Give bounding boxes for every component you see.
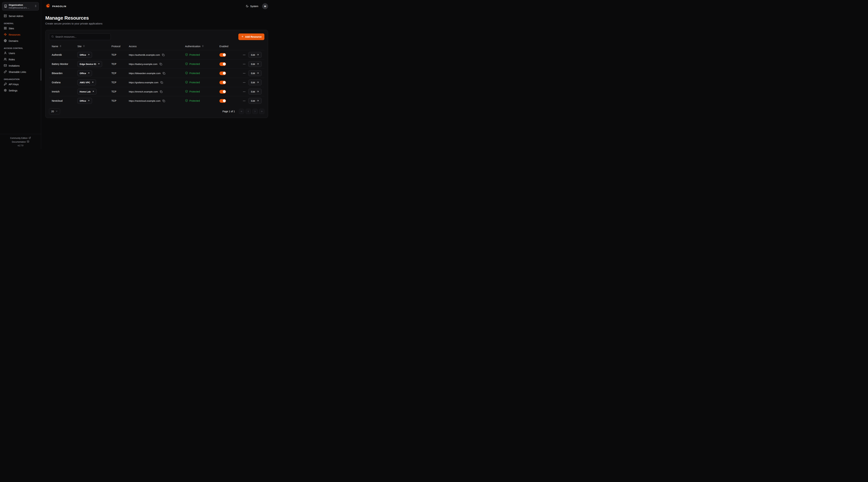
shield-check-icon (185, 53, 188, 57)
column-header-access: Access (129, 45, 185, 48)
copy-icon[interactable] (159, 90, 163, 93)
add-resource-button[interactable]: Add Resource (238, 33, 265, 40)
copy-icon[interactable] (159, 62, 162, 66)
ellipsis-icon (243, 54, 246, 56)
access-url: https://grafana.example.com (129, 81, 158, 84)
enabled-toggle[interactable] (219, 53, 226, 57)
waypoints-icon (4, 33, 7, 36)
sort-icon (202, 45, 204, 48)
sidebar-resize-handle[interactable] (41, 68, 41, 81)
row-actions: Edit (240, 70, 261, 76)
community-edition-link[interactable]: Community Edition (1, 136, 39, 140)
table-row: Grafana AWS VPC TCP https://grafana.exam… (49, 78, 265, 87)
column-header-protocol: Protocol (112, 45, 129, 48)
arrow-up-right-icon (98, 63, 100, 65)
org-selector-value: milo@fossorial.io's ... (9, 7, 33, 9)
pagination-last-button[interactable] (259, 109, 265, 114)
main: PANGOLIN System M Manage Resources Creat… (41, 0, 272, 149)
site-link-button[interactable]: Home Lab (78, 89, 96, 95)
enabled-cell (219, 81, 240, 84)
documentation-link[interactable]: Documentation (1, 140, 39, 144)
enabled-toggle[interactable] (219, 90, 226, 94)
pagination-next-button[interactable] (252, 109, 258, 114)
edit-button[interactable]: Edit (248, 79, 261, 85)
enabled-toggle[interactable] (219, 71, 226, 75)
shield-check-icon (185, 81, 188, 84)
add-resource-label: Add Resource (245, 35, 261, 38)
access-url: https://bitwarden.example.com (129, 72, 161, 75)
protocol: TCP (112, 90, 129, 93)
sidebar-item-label: Sites (9, 27, 14, 30)
table-header-row: Name Site Protocol Access Authentication… (49, 42, 265, 50)
pagination-prev-button[interactable] (246, 109, 251, 114)
edit-button[interactable]: Edit (248, 70, 261, 76)
edit-button[interactable]: Edit (248, 52, 261, 58)
access-url: https://nextcloud.example.com (129, 100, 160, 102)
enabled-toggle[interactable] (219, 81, 226, 84)
copy-icon[interactable] (160, 81, 163, 84)
enabled-toggle[interactable] (219, 99, 226, 103)
copy-icon[interactable] (162, 53, 165, 57)
authentication-label: Protected (189, 90, 200, 93)
toggle-knob (223, 72, 226, 75)
pangolin-logo (45, 3, 51, 9)
authentication-status: Protected (185, 81, 219, 84)
sidebar-item-api-keys[interactable]: API Keys (2, 81, 39, 88)
enabled-cell (219, 53, 240, 57)
edit-button[interactable]: Edit (248, 89, 261, 95)
row-menu-button[interactable] (242, 90, 246, 94)
row-menu-button[interactable] (242, 81, 246, 84)
sidebar-item-server-admin[interactable]: Server Admin (2, 13, 39, 19)
access-cell: https://immich.example.com (129, 90, 185, 93)
org-selector-texts: Organization milo@fossorial.io's ... (9, 4, 33, 9)
arrow-up-right-icon (88, 72, 90, 75)
copy-icon[interactable] (162, 99, 165, 102)
theme-selector[interactable]: System (246, 5, 258, 8)
topbar-right: System M (246, 3, 268, 9)
copy-icon[interactable] (162, 72, 166, 75)
site-name: Edge Device 01 (80, 63, 96, 65)
site-link-button[interactable]: Office (78, 98, 92, 104)
sidebar-item-roles[interactable]: Roles (2, 56, 39, 63)
ellipsis-icon (243, 81, 246, 84)
org-selector[interactable]: Organization milo@fossorial.io's ... (2, 2, 39, 10)
row-menu-button[interactable] (242, 53, 246, 57)
edit-button[interactable]: Edit (248, 98, 261, 104)
resources-table: Name Site Protocol Access Authentication… (49, 42, 265, 105)
sidebar-footer: Community Edition Documentation v1.7.0 (0, 134, 41, 149)
search-icon (51, 35, 54, 38)
column-header-site[interactable]: Site (78, 45, 112, 48)
sidebar-item-invitations[interactable]: Invitations (2, 63, 39, 69)
row-menu-button[interactable] (242, 71, 246, 75)
enabled-toggle[interactable] (219, 62, 226, 66)
site-link-button[interactable]: Office (78, 70, 92, 76)
pagination-first-button[interactable] (239, 109, 244, 114)
ellipsis-icon (243, 72, 246, 75)
row-menu-button[interactable] (242, 62, 246, 66)
brand-name: PANGOLIN (52, 5, 66, 8)
sidebar-item-settings[interactable]: Settings (2, 88, 39, 94)
site-name: Office (80, 54, 86, 56)
edit-button[interactable]: Edit (248, 61, 261, 67)
site-link-button[interactable]: AWS VPC (78, 79, 96, 85)
sidebar-item-users[interactable]: Users (2, 50, 39, 56)
sidebar-item-resources[interactable]: Resources (2, 32, 39, 38)
sidebar-item-sites[interactable]: Sites (2, 25, 39, 32)
card-toolbar: Add Resource (49, 33, 265, 40)
column-header-name[interactable]: Name (52, 45, 78, 48)
search-input[interactable] (55, 35, 108, 38)
authentication-label: Protected (189, 72, 200, 75)
arrow-up-right-icon (92, 81, 94, 84)
site-link-button[interactable]: Office (78, 52, 92, 58)
sidebar-item-shareable-links[interactable]: Shareable Links (2, 69, 39, 75)
external-link-icon (29, 137, 31, 139)
plus-icon (241, 35, 244, 38)
page-size-select[interactable]: 20 (49, 108, 60, 114)
protocol: TCP (112, 54, 129, 56)
ellipsis-icon (243, 90, 246, 93)
column-header-authentication[interactable]: Authentication (185, 45, 219, 48)
sidebar-item-domains[interactable]: Domains (2, 38, 39, 44)
site-link-button[interactable]: Edge Device 01 (78, 61, 102, 67)
avatar[interactable]: M (262, 3, 268, 9)
row-menu-button[interactable] (242, 99, 246, 103)
